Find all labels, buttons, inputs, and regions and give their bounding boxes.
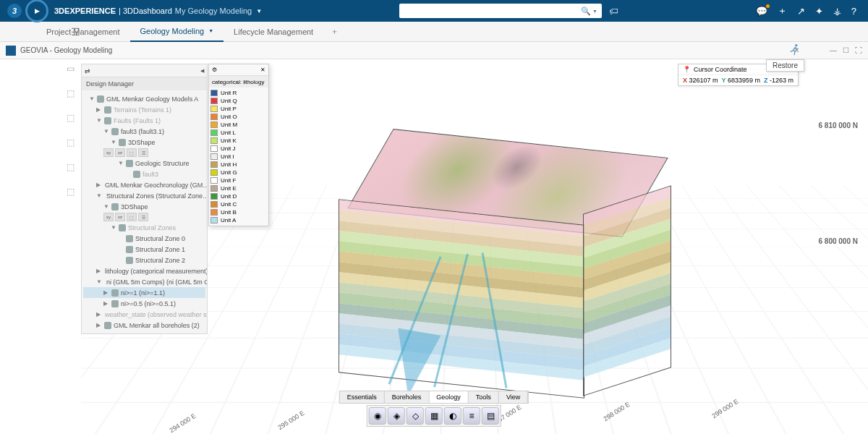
tool-1[interactable]: ◉	[369, 407, 386, 425]
legend-row[interactable]: Unit D	[210, 192, 267, 200]
tool-3[interactable]: ◇	[407, 407, 424, 425]
bottom-tools: ◉ ◈ ◇ ▦ ◐ ≡ ▤	[367, 405, 501, 427]
legend-row[interactable]: Unit L	[210, 129, 267, 137]
coord-title: Cursor Coordinate	[694, 66, 747, 73]
tool-2[interactable]: ◈	[388, 407, 405, 425]
northing-label-2: 6 800 000 N	[819, 237, 859, 245]
tab-lifecycle-management[interactable]: Lifecycle Management	[224, 22, 323, 42]
legend-row[interactable]: Unit A	[210, 216, 267, 224]
bottom-tab-view[interactable]: View	[499, 391, 528, 403]
top-bar: 3 3DEXPERIENCE | 3DDashboard My Geology …	[0, 0, 868, 22]
add-tab-button[interactable]: ＋	[323, 26, 346, 37]
tree-node[interactable]: ▼Faults (Faults 1)	[83, 115, 205, 126]
dashboard-tabs: Project Management Geology Modeling▼ Lif…	[0, 22, 868, 42]
share-arrow-icon[interactable]: ↗	[797, 6, 805, 17]
help-icon[interactable]: ?	[851, 6, 856, 17]
legend-title: categorical: lithology	[209, 76, 268, 88]
rail-item-2[interactable]: ⬚	[67, 88, 78, 98]
search-icon[interactable]: 🔍	[581, 7, 591, 16]
pin-icon[interactable]: 📍	[683, 66, 691, 73]
legend-row[interactable]: Unit C	[210, 200, 267, 208]
bottom-toolbar: EssentialsBoreholesGeologyToolsView ◉ ◈ …	[339, 391, 529, 427]
legend-close-icon[interactable]: ✕	[260, 67, 265, 73]
tree-node[interactable]: ▶GML Menkar Geochronology (GM…	[83, 179, 205, 190]
notifications-icon[interactable]: 💬	[756, 6, 767, 17]
legend-row[interactable]: Unit Q	[210, 97, 267, 105]
tool-6[interactable]: ≡	[463, 407, 480, 425]
app-bar: GEOVIA - Geology Modeling — ☐ ⛶	[0, 42, 868, 59]
brand-label: 3DEXPERIENCE	[54, 7, 116, 15]
tag-icon[interactable]: 🏷	[609, 6, 618, 17]
search-input[interactable]	[404, 7, 578, 15]
tree-node[interactable]: ▼3DShape	[83, 201, 205, 212]
legend-row[interactable]: Unit I	[210, 153, 267, 161]
tree-body: ▼GML Menkar Geology Models A▶Terrains (T…	[82, 90, 207, 333]
left-rail: ▭ ⬚ ⬚ ⬚ ⬚ ⬚	[67, 64, 78, 197]
bottom-tab-tools[interactable]: Tools	[469, 391, 499, 403]
bottom-tab-geology[interactable]: Geology	[429, 391, 469, 403]
legend-row[interactable]: Unit F	[210, 176, 267, 184]
rail-item-6[interactable]: ⬚	[67, 187, 78, 197]
tool-7[interactable]: ▤	[482, 407, 499, 425]
rail-item-3[interactable]: ⬚	[67, 113, 78, 123]
search-dropdown-icon[interactable]: ▼	[592, 9, 597, 14]
tree-node[interactable]: ▼Structural Zones	[83, 222, 205, 233]
search-box[interactable]: 🔍 ▼	[399, 4, 602, 18]
legend-row[interactable]: Unit E	[210, 184, 267, 192]
ds-logo-icon: 3	[7, 4, 22, 18]
tree-node[interactable]: ▶ni>=0.5 (ni>=0.5.1)	[83, 298, 205, 309]
legend-row[interactable]: Unit B	[210, 208, 267, 216]
rail-item-5[interactable]: ⬚	[67, 162, 78, 172]
coord-y: 6833959 m	[728, 77, 760, 84]
fullscreen-icon[interactable]: ⛶	[855, 46, 862, 54]
minimize-icon[interactable]: —	[830, 46, 837, 54]
tab-geology-modeling[interactable]: Geology Modeling▼	[130, 22, 224, 42]
tree-node[interactable]: ▼GML Menkar Geology Models A	[83, 93, 205, 104]
app-title: GEOVIA - Geology Modeling	[20, 46, 112, 54]
bottom-tab-boreholes[interactable]: Boreholes	[385, 391, 430, 403]
add-icon[interactable]: ＋	[778, 4, 787, 17]
dashboard-name[interactable]: My Geology Modeling	[175, 7, 252, 15]
tree-node[interactable]: Structural Zone 0	[83, 233, 205, 244]
rail-item-1[interactable]: ▭	[67, 64, 78, 74]
rail-item-4[interactable]: ⬚	[67, 137, 78, 148]
legend-row[interactable]: Unit J	[210, 145, 267, 153]
legend-row[interactable]: Unit P	[210, 105, 267, 113]
legend-row[interactable]: Unit H	[210, 161, 267, 169]
app-icon	[6, 46, 16, 56]
tree-node[interactable]: ▶GML Menkar all boreholes (2)	[83, 320, 205, 331]
tree-node[interactable]: ▶Terrains (Terrains 1)	[83, 104, 205, 115]
tree-node[interactable]: ▶ni>=1 (ni>=1.1)	[83, 287, 205, 298]
legend-row[interactable]: Unit R	[210, 89, 267, 97]
tree-menu-icon[interactable]: ◀	[200, 68, 204, 74]
maximize-icon[interactable]: ☐	[843, 46, 849, 54]
share-icon[interactable]: ✦	[815, 6, 823, 17]
northing-label-1: 6 810 000 N	[819, 122, 859, 129]
tree-node[interactable]: ▶weather_state (observed weather st…	[83, 309, 205, 320]
tool-4[interactable]: ▦	[425, 407, 443, 425]
panel-close-icon[interactable]: ✕	[793, 46, 799, 54]
tree-node[interactable]: fault3	[83, 169, 205, 179]
tree-mode-icon[interactable]: ⇄	[85, 67, 90, 75]
bottom-tab-essentials[interactable]: Essentials	[340, 391, 385, 403]
coord-x: 326107 m	[689, 77, 718, 84]
tree-node[interactable]: Structural Zone 1	[83, 244, 205, 255]
legend-gear-icon[interactable]: ⚙	[212, 67, 217, 73]
tool-5[interactable]: ◐	[444, 407, 461, 425]
tree-node[interactable]: ▼3DShape	[83, 137, 205, 148]
dashboard-dropdown-icon[interactable]: ▼	[256, 8, 262, 14]
tree-node[interactable]: ▼fault3 (fault3.1)	[83, 126, 205, 137]
tree-node[interactable]: Structural Zone 2	[83, 255, 205, 265]
tree-node[interactable]: ▶lithology (categorical measurement)…	[83, 265, 205, 276]
tree-node[interactable]: ▼Structural Zones (Structural Zone…	[83, 190, 205, 201]
tree-node[interactable]: ▼Geologic Structure	[83, 158, 205, 169]
compass-icon[interactable]	[25, 0, 48, 22]
menu-icon[interactable]: ☰	[71, 26, 80, 38]
legend-row[interactable]: Unit M	[210, 121, 267, 129]
legend-row[interactable]: Unit K	[210, 137, 267, 145]
legend-row[interactable]: Unit O	[210, 113, 267, 121]
tree-node[interactable]: ▼ni (GML 5m Comps) (ni (GML 5m C…	[83, 276, 205, 287]
community-icon[interactable]: ⚶	[833, 6, 841, 17]
tab-project-management[interactable]: Project Management	[36, 22, 130, 42]
legend-row[interactable]: Unit G	[210, 169, 267, 176]
